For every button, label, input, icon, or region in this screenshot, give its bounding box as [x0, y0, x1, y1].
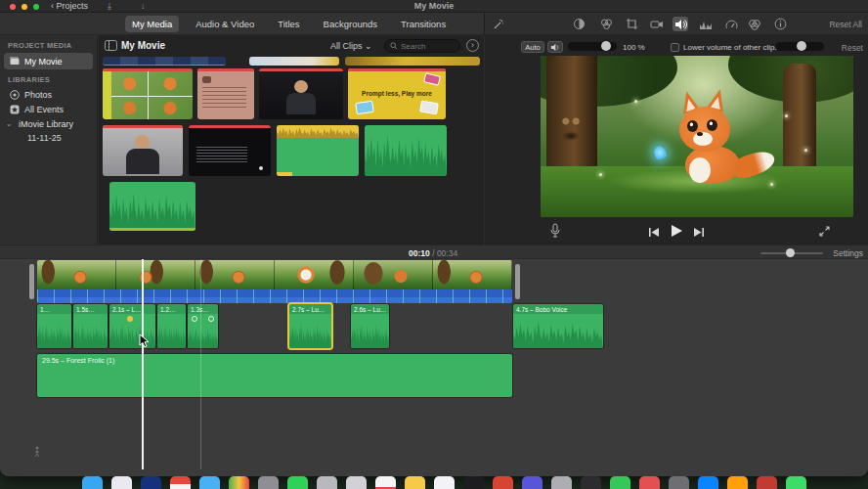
audio-clip[interactable]: 1… — [37, 304, 71, 348]
timeline[interactable]: 1… 1.5s… 2.1s – L… 1.2… 1.3s… — [0, 259, 868, 476]
fullscreen-button[interactable] — [818, 224, 831, 242]
trim-handle-left[interactable] — [29, 264, 34, 299]
dock-app-icon[interactable] — [170, 476, 191, 489]
audio-clip[interactable]: 1.2… — [157, 304, 186, 348]
thumbnail-presenter-dark[interactable] — [259, 68, 343, 119]
thumbnail-audio-clip[interactable] — [365, 125, 447, 176]
enhance-wand-icon[interactable] — [491, 17, 506, 31]
sidebar-item-all-events[interactable]: All Events — [0, 102, 97, 116]
volume-icon[interactable] — [673, 17, 688, 31]
search-field[interactable] — [384, 39, 460, 53]
disclosure-chevron-icon[interactable]: ⌄ — [4, 119, 14, 129]
thumbnail-partial-1[interactable] — [103, 57, 226, 66]
dock-app-icon[interactable] — [669, 476, 689, 489]
audio-clip[interactable]: 2.6s – Lu… — [351, 304, 389, 348]
play-button[interactable] — [670, 224, 683, 242]
dock-app-icon[interactable] — [375, 476, 396, 489]
dock-app-icon[interactable] — [434, 476, 455, 489]
stabilization-icon[interactable] — [649, 17, 665, 31]
video-audio-waveform[interactable] — [37, 289, 512, 303]
dock-app-icon[interactable] — [141, 476, 161, 489]
dock-app-icon[interactable] — [639, 476, 660, 489]
timeline-settings-button[interactable]: Settings — [833, 248, 863, 258]
thumbnail-fox-collage[interactable] — [103, 68, 193, 119]
skip-forward-button[interactable] — [693, 224, 705, 242]
dock-app-icon[interactable] — [786, 476, 806, 489]
dock-app-icon[interactable] — [317, 476, 337, 489]
volume-slider[interactable] — [568, 42, 617, 51]
audio-clip[interactable]: 1.5s… — [73, 304, 108, 348]
lower-volume-checkbox[interactable] — [671, 43, 679, 52]
thumbnail-partial-2[interactable] — [249, 57, 339, 66]
person-head — [294, 80, 308, 93]
sidebar-item-my-movie[interactable]: My Movie — [4, 53, 93, 69]
sidebar-toggle-icon[interactable] — [103, 38, 118, 53]
dock-app-icon[interactable] — [551, 476, 572, 489]
sidebar-item-event-date[interactable]: 11-11-25 — [0, 131, 97, 145]
search-input[interactable] — [401, 42, 455, 51]
all-clips-filter[interactable]: All Clips ⌄ — [330, 41, 372, 51]
sidebar-item-imovie-library[interactable]: ⌄ iMovie Library — [0, 116, 97, 131]
music-clip-forest-frolic[interactable]: 29.5s – Forest Frolic (1) — [37, 354, 512, 397]
clip-appearance-chevron-icon: › — [471, 40, 474, 50]
noise-reduction-icon[interactable] — [698, 17, 714, 31]
audio-clip[interactable]: 1.3s… — [188, 304, 218, 348]
clip-filter-icon[interactable] — [747, 17, 762, 31]
dock-app-icon[interactable] — [493, 476, 513, 489]
lower-volume-slider[interactable] — [775, 42, 824, 51]
speed-icon[interactable] — [723, 17, 739, 31]
dock-app-icon[interactable] — [258, 476, 279, 489]
auto-volume-button[interactable]: Auto — [521, 41, 544, 53]
dock-app-icon[interactable] — [757, 476, 777, 489]
dock-app-icon[interactable] — [727, 476, 748, 489]
waveform-icon — [188, 323, 218, 348]
person-torso — [286, 93, 316, 114]
thumbnail-audio-clip[interactable] — [109, 182, 195, 231]
dock-app-icon[interactable] — [463, 476, 484, 489]
crop-icon[interactable] — [624, 17, 639, 31]
dock-app-icon[interactable] — [82, 476, 103, 489]
volume-slider-knob[interactable] — [601, 41, 611, 51]
dock-app-icon[interactable] — [581, 476, 601, 489]
playhead[interactable] — [142, 259, 144, 469]
trim-handle-right[interactable] — [515, 264, 520, 299]
dock-app-icon[interactable] — [199, 476, 220, 489]
dock-app-icon[interactable] — [346, 476, 367, 489]
video-preview[interactable] — [541, 56, 853, 217]
voiceover-mic-button[interactable] — [549, 223, 561, 243]
audio-clip-bobo-voice[interactable]: 4.7s – Bobo Voice — [513, 304, 603, 348]
thumbnail-presenter-webcam[interactable] — [103, 125, 183, 176]
dock-app-icon[interactable] — [229, 476, 249, 489]
thumbnail-audio-highlighted[interactable] — [277, 125, 359, 176]
dock-app-icon[interactable] — [522, 476, 542, 489]
thumbnail-notes-card[interactable] — [197, 68, 254, 119]
dock[interactable] — [82, 476, 860, 489]
tab-audio-video[interactable]: Audio & Video — [189, 16, 261, 32]
color-balance-icon[interactable] — [571, 17, 586, 31]
thumbnail-prompt-card[interactable]: Prompt less, Play more — [348, 68, 446, 119]
thumbnail-partial-3[interactable] — [345, 57, 480, 66]
tab-backgrounds[interactable]: Backgrounds — [317, 16, 384, 32]
audio-clip-selected[interactable]: 2.7s – Lu… — [289, 304, 331, 348]
reset-volume-button[interactable]: Reset — [842, 43, 863, 53]
sidebar-item-photos[interactable]: Photos — [0, 87, 97, 102]
dock-app-icon[interactable] — [698, 476, 718, 489]
timeline-zoom-knob[interactable] — [786, 248, 795, 257]
dock-app-icon[interactable] — [111, 476, 132, 489]
lower-volume-slider-knob[interactable] — [797, 41, 806, 51]
tab-my-media[interactable]: My Media — [125, 16, 179, 32]
clip-info-icon[interactable] — [772, 17, 788, 31]
tab-titles[interactable]: Titles — [271, 16, 306, 32]
dock-app-icon[interactable] — [610, 476, 630, 489]
tab-transitions[interactable]: Transitions — [394, 16, 453, 32]
skip-back-button[interactable] — [648, 224, 660, 242]
thumbnail-terminal[interactable] — [189, 125, 271, 176]
reset-all-button[interactable]: Reset All — [829, 20, 862, 29]
dock-app-icon[interactable] — [287, 476, 308, 489]
dock-app-icon[interactable] — [405, 476, 425, 489]
video-clip-filmstrip[interactable] — [37, 260, 512, 289]
timeline-zoom-slider[interactable] — [760, 252, 823, 254]
mute-button[interactable] — [547, 41, 563, 53]
color-correction-icon[interactable] — [598, 17, 614, 31]
clip-appearance-button[interactable]: › — [466, 39, 479, 52]
